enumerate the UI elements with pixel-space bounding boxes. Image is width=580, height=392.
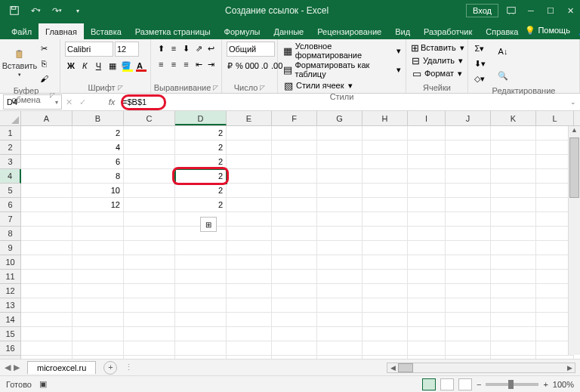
- cell-J2[interactable]: [446, 140, 491, 155]
- cell-A7[interactable]: [21, 212, 72, 227]
- cell-F9[interactable]: [272, 241, 317, 255]
- cell-A4[interactable]: [21, 169, 72, 184]
- cell-A2[interactable]: [21, 140, 72, 155]
- sheet-tab[interactable]: microexcel.ru: [27, 361, 96, 374]
- cell-K2[interactable]: [491, 140, 536, 155]
- cell-H5[interactable]: [362, 184, 408, 198]
- cell-H4[interactable]: [362, 169, 408, 184]
- cell-C4[interactable]: [124, 169, 175, 184]
- cell-H11[interactable]: [362, 270, 408, 284]
- format-table-button[interactable]: ▤Форматировать как таблицу ▾: [282, 60, 401, 79]
- clear-icon[interactable]: ◇▾: [473, 72, 486, 85]
- tab-file[interactable]: Файл: [5, 23, 39, 39]
- cut-icon[interactable]: ✂: [37, 42, 51, 55]
- sheet-next-icon[interactable]: ▶: [14, 363, 20, 372]
- align-dialog-icon[interactable]: ◸: [213, 84, 218, 91]
- cell-I16[interactable]: [408, 341, 446, 356]
- cell-K4[interactable]: [491, 169, 536, 184]
- formula-bar[interactable]: =$B$1: [119, 95, 566, 109]
- indent-icon[interactable]: ⇥: [205, 57, 217, 71]
- cell-E10[interactable]: [227, 255, 272, 270]
- row-header-3[interactable]: 3: [0, 155, 21, 169]
- insert-cells-button[interactable]: ⊞Вставить ▾: [411, 42, 463, 54]
- cell-B6[interactable]: 12: [72, 198, 124, 212]
- macro-rec-icon[interactable]: ▣: [39, 379, 47, 389]
- cell-I10[interactable]: [408, 255, 446, 270]
- col-header-G[interactable]: G: [317, 111, 362, 125]
- italic-icon[interactable]: К: [79, 59, 91, 73]
- cell-D3[interactable]: 2: [175, 155, 227, 169]
- cell-H3[interactable]: [362, 155, 408, 169]
- cell-K7[interactable]: [491, 212, 536, 227]
- cell-F10[interactable]: [272, 255, 317, 270]
- cell-D14[interactable]: [175, 313, 227, 327]
- percent-icon[interactable]: %: [235, 59, 244, 73]
- expand-formula-icon[interactable]: ⌄: [566, 98, 580, 106]
- scroll-thumb-v[interactable]: [569, 137, 579, 198]
- cell-G14[interactable]: [317, 313, 362, 327]
- cond-format-button[interactable]: ▦Условное форматирование ▾: [282, 42, 401, 60]
- underline-icon[interactable]: Ч: [92, 59, 104, 73]
- currency-icon[interactable]: ₽: [227, 59, 233, 73]
- cell-G6[interactable]: [317, 198, 362, 212]
- col-header-L[interactable]: L: [536, 111, 574, 125]
- sheet-prev-icon[interactable]: ◀: [5, 363, 11, 372]
- cell-C15[interactable]: [124, 327, 175, 341]
- tab-view[interactable]: Вид: [388, 23, 417, 39]
- cell-H1[interactable]: [362, 126, 408, 140]
- cell-J11[interactable]: [446, 270, 491, 284]
- cell-A5[interactable]: [21, 184, 72, 198]
- font-color-icon[interactable]: A: [134, 59, 146, 73]
- zoom-slider[interactable]: [486, 383, 538, 386]
- cell-B7[interactable]: [72, 212, 124, 227]
- col-header-F[interactable]: F: [272, 111, 317, 125]
- tab-layout[interactable]: Разметка страницы: [128, 23, 218, 39]
- cell-C12[interactable]: [124, 284, 175, 298]
- cell-C7[interactable]: [124, 212, 175, 227]
- font-size-combo[interactable]: [115, 42, 139, 57]
- cell-E4[interactable]: [227, 169, 272, 184]
- cell-K14[interactable]: [491, 313, 536, 327]
- cell-G7[interactable]: [317, 212, 362, 227]
- cell-D1[interactable]: 2: [175, 126, 227, 140]
- cell-F14[interactable]: [272, 313, 317, 327]
- row-header-12[interactable]: 12: [0, 284, 21, 298]
- cell-J16[interactable]: [446, 341, 491, 356]
- tell-me-button[interactable]: 💡Помощь: [525, 21, 570, 39]
- cell-D10[interactable]: [175, 255, 227, 270]
- cell-J6[interactable]: [446, 198, 491, 212]
- delete-cells-button[interactable]: ⊟Удалить ▾: [411, 54, 463, 66]
- cell-I3[interactable]: [408, 155, 446, 169]
- cell-F11[interactable]: [272, 270, 317, 284]
- row-header-4[interactable]: 4: [0, 169, 21, 184]
- col-header-D[interactable]: D: [175, 111, 227, 125]
- format-cells-button[interactable]: ▭Формат ▾: [411, 67, 463, 79]
- cell-I15[interactable]: [408, 327, 446, 341]
- row-header-15[interactable]: 15: [0, 327, 21, 341]
- cell-B5[interactable]: 10: [72, 184, 124, 198]
- fill-color-icon[interactable]: 🪣: [120, 59, 132, 73]
- bold-icon[interactable]: Ж: [65, 59, 77, 73]
- number-format-combo[interactable]: [227, 42, 275, 57]
- cell-A11[interactable]: [21, 270, 72, 284]
- cell-C2[interactable]: [124, 140, 175, 155]
- ribbon-options-icon[interactable]: [501, 2, 521, 19]
- cell-J12[interactable]: [446, 284, 491, 298]
- cell-C9[interactable]: [124, 241, 175, 255]
- cell-I2[interactable]: [408, 140, 446, 155]
- fx-icon[interactable]: fx: [104, 97, 119, 106]
- orientation-icon[interactable]: ⇗: [193, 42, 205, 55]
- tab-help[interactable]: Справка: [479, 23, 525, 39]
- cell-J15[interactable]: [446, 327, 491, 341]
- view-layout-icon[interactable]: [440, 378, 454, 390]
- wrap-icon[interactable]: ↩: [205, 42, 217, 55]
- cell-D9[interactable]: [175, 241, 227, 255]
- select-all[interactable]: [0, 111, 21, 125]
- cell-H8[interactable]: [362, 227, 408, 241]
- row-header-6[interactable]: 6: [0, 198, 21, 212]
- cell-K3[interactable]: [491, 155, 536, 169]
- cell-E14[interactable]: [227, 313, 272, 327]
- cell-styles-button[interactable]: ▧Стили ячеек ▾: [282, 79, 401, 91]
- cell-E6[interactable]: [227, 198, 272, 212]
- cell-C1[interactable]: [124, 126, 175, 140]
